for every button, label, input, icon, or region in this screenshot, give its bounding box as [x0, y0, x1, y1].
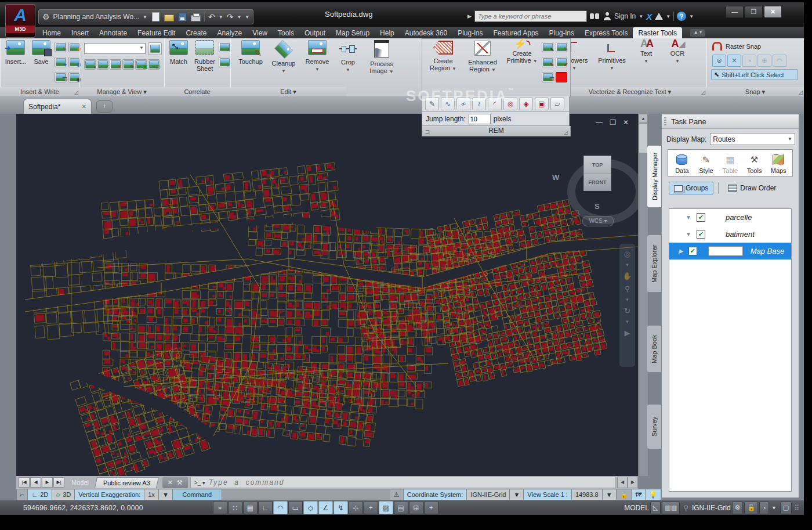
minimize-button[interactable]: —	[726, 6, 744, 18]
angle-snap-toggle[interactable]: ∠	[318, 501, 333, 514]
workspace-dropdown-icon[interactable]: ▼	[143, 15, 147, 20]
select-region-icon[interactable]: ⬉	[542, 42, 553, 52]
gear-workspace-icon[interactable]: ⚙	[732, 502, 744, 514]
select-marquee-icon[interactable]: ⬚	[148, 59, 160, 70]
map-check-icon[interactable]: 🗺	[632, 489, 646, 500]
drawing-quickview-icon[interactable]: ▥▥	[662, 502, 680, 514]
taskpane-tool-data[interactable]: Data	[670, 153, 694, 174]
create-primitive-button[interactable]: ⚡◝ Create Primitive ▼	[505, 41, 539, 65]
view-scale-dropdown-icon[interactable]: ▼	[603, 489, 617, 500]
pan-hand-icon[interactable]: ✋	[622, 272, 632, 280]
snap-intersection-button[interactable]: ⊗	[712, 55, 726, 67]
drawing-canvas[interactable]: — ❐ ✕ W E S TOP FRONT WCS ▾ ◎ ▼ ✋ ⚲ ▼ ↻ …	[16, 114, 638, 476]
open-file-button[interactable]	[164, 15, 174, 21]
ribbon-tab-map-setup[interactable]: Map Setup	[331, 27, 375, 38]
sidetab-survey[interactable]: Survey	[647, 404, 662, 449]
insert-image-button[interactable]: ➜ Insert...	[2, 40, 29, 65]
edit-image-icon[interactable]: ✎	[55, 42, 66, 52]
layer-row-batiment[interactable]: ▼✔batiment	[669, 226, 791, 243]
ribbon-tab-create[interactable]: Create	[180, 27, 212, 38]
autodesk360-dropdown-icon[interactable]: ▼	[666, 14, 670, 19]
taskpane-tool-style[interactable]: ✎Style	[695, 153, 718, 174]
layout-quickview-icon[interactable]: ◺	[650, 502, 661, 514]
quick-properties-toggle[interactable]: ▤	[394, 501, 408, 514]
sign-in-button[interactable]: Sign In	[614, 12, 636, 20]
coordinate-system-label[interactable]: Coordinate System:	[404, 489, 467, 500]
ribbon-tab-output[interactable]: Output	[299, 27, 331, 38]
hide-image-icon[interactable]: ✕	[110, 59, 121, 70]
ribbon-tab-analyze[interactable]: Analyze	[212, 27, 247, 38]
sign-in-dropdown-icon[interactable]: ▼	[639, 14, 643, 19]
taskpane-tool-tools[interactable]: ⚒Tools	[743, 153, 766, 174]
wcs-menu[interactable]: WCS ▾	[582, 216, 614, 226]
prev-layout-icon[interactable]: ◀	[30, 477, 41, 488]
panel-launcher-icon[interactable]: ◿	[701, 89, 705, 95]
grid-system-label[interactable]: IGN-IIE-Grid	[692, 504, 731, 512]
save-file-button[interactable]	[178, 13, 187, 21]
draw-order-button[interactable]: Draw Order	[723, 182, 781, 194]
copy-region-icon[interactable]: ❒	[542, 72, 553, 82]
scale-image-icon[interactable]: ⤢	[219, 57, 230, 67]
embed-image-icon[interactable]: ❒	[55, 72, 66, 82]
help-button[interactable]: ?	[677, 12, 686, 21]
contour-follower-icon[interactable]: ◎	[503, 98, 517, 110]
command-window-grip[interactable]: ✕ ⚒	[162, 477, 188, 488]
ribbon-tab-express-tools[interactable]: Express Tools	[579, 27, 633, 38]
collapse-arrow-icon[interactable]: ▼	[686, 214, 691, 221]
command-tab[interactable]: Command	[173, 489, 222, 500]
cleanup-button[interactable]: Cleanup▼	[269, 40, 299, 75]
crop-button[interactable]: Crop▼	[336, 40, 360, 74]
snap-mode-toggle[interactable]: ⌖	[213, 501, 227, 514]
touchup-button[interactable]: ✎ Touchup	[236, 40, 265, 65]
undo-button[interactable]: ↶	[208, 12, 215, 21]
coordinate-system-value[interactable]: IGN-IIE-Grid	[467, 489, 510, 500]
export-image-icon[interactable]: ➜	[55, 57, 66, 67]
ocr-button[interactable]: A◢ OCR▼	[665, 40, 690, 65]
move-image-icon[interactable]: ⤨	[219, 42, 230, 52]
navbar-dropdown-icon[interactable]: ▼	[625, 297, 630, 302]
primitives-button[interactable]: Primitives▼	[595, 40, 629, 72]
new-image-icon[interactable]: ✱	[68, 42, 80, 52]
adjust-image-icon[interactable]: ✎	[122, 59, 134, 70]
command-wrench-icon[interactable]: ⚒	[177, 479, 183, 486]
toolbar-lock-icon[interactable]: 🔓	[744, 502, 758, 514]
image-select-combo[interactable]: ▼	[84, 43, 146, 54]
next-layout-icon[interactable]: ▶	[42, 477, 53, 488]
command-input[interactable]	[208, 478, 615, 487]
web-image-icon[interactable]: ◍	[68, 57, 80, 67]
ribbon-tab-tools[interactable]: Tools	[273, 27, 299, 38]
coordinate-system-dropdown-icon[interactable]: ▼	[510, 489, 524, 500]
task-pane-grip[interactable]	[664, 117, 666, 125]
ribbon-tab-plug-ins[interactable]: Plug-ins	[452, 27, 488, 38]
arc-follower-icon[interactable]: ◜	[488, 98, 502, 110]
sidetab-map-explorer[interactable]: Map Explorer	[647, 235, 662, 293]
task-pane-titlebar[interactable]: Task Pane	[662, 114, 799, 129]
application-menu-button[interactable]: A M3D	[5, 4, 35, 38]
workspace-switcher[interactable]: Planning and Analysis Wo...	[53, 13, 140, 21]
paste-image-icon[interactable]: ▱	[550, 98, 564, 110]
viewcube[interactable]: W E S TOP FRONT WCS ▾	[552, 145, 638, 232]
close-button[interactable]: ✕	[764, 6, 782, 18]
warning-icon[interactable]: ⚠	[390, 489, 404, 500]
search-expand-icon[interactable]: ▶	[467, 13, 472, 19]
object-snap-3d-toggle[interactable]: ◇	[303, 501, 318, 514]
snap-vertex-button[interactable]: ◠	[773, 55, 786, 67]
redo-dropdown-icon[interactable]: ▼	[237, 15, 241, 20]
viewcube-cube[interactable]: TOP FRONT	[583, 156, 611, 192]
vertical-scroll-thumb[interactable]	[639, 123, 648, 153]
scroll-right-icon[interactable]: ▶	[628, 477, 638, 488]
region-box-icon[interactable]: ▣	[535, 98, 549, 110]
brush-region-icon[interactable]: ✎	[556, 42, 567, 52]
mixed-follower-icon[interactable]: ≀	[472, 98, 486, 110]
rem-expand-icon[interactable]: ◿	[564, 128, 568, 138]
showmotion-icon[interactable]: ▶	[625, 329, 630, 337]
sidetab-map-book[interactable]: Map Book	[647, 325, 662, 373]
status-dropdown-icon[interactable]: ▼	[771, 505, 777, 511]
ribbon-tab-insert[interactable]: Insert	[66, 27, 94, 38]
rem-panel-titlebar[interactable]: ⊐ REM ◿	[422, 126, 571, 136]
transparency-toggle[interactable]: ▨	[379, 501, 393, 514]
ribbon-tab-featured-apps[interactable]: Featured Apps	[488, 27, 544, 38]
search-input[interactable]	[474, 10, 587, 22]
view-scale-label[interactable]: View Scale 1 :	[524, 489, 572, 500]
layer-row-parcelle[interactable]: ▼✔parcelle	[669, 209, 791, 226]
